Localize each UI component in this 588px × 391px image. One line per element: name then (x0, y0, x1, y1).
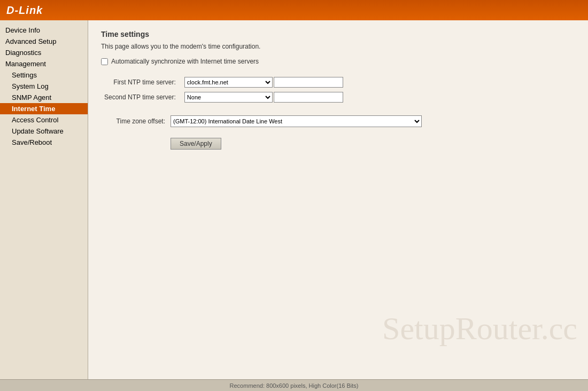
footer: Recommend: 800x600 pixels, High Color(16… (0, 379, 588, 391)
save-apply-button[interactable]: Save/Apply (171, 138, 221, 150)
sidebar-item-advanced-setup[interactable]: Advanced Setup (0, 36, 88, 47)
auto-sync-checkbox[interactable] (101, 58, 108, 65)
main-area: Device Info Advanced Setup Diagnostics M… (0, 20, 588, 379)
timezone-label: Time zone offset: (101, 118, 171, 125)
second-ntp-inputs: None (181, 90, 346, 105)
timezone-row: Time zone offset: (GMT-12:00) Internatio… (101, 115, 575, 127)
second-ntp-select[interactable]: None (184, 92, 273, 103)
sidebar-item-device-info[interactable]: Device Info (0, 25, 88, 36)
sidebar-item-settings[interactable]: Settings (0, 69, 88, 81)
content-area: Time settings This page allows you to th… (88, 20, 588, 379)
sidebar-item-diagnostics[interactable]: Diagnostics (0, 47, 88, 58)
logo-text: D-Link (6, 4, 43, 16)
dlink-logo: D-Link (6, 4, 43, 17)
sidebar-item-access-control[interactable]: Access Control (0, 114, 88, 126)
sidebar-item-system-log[interactable]: System Log (0, 81, 88, 92)
first-ntp-inputs: clock.fmt.he.net (181, 75, 346, 90)
sidebar-item-save-reboot[interactable]: Save/Reboot (0, 137, 88, 148)
sidebar-item-snmp-agent[interactable]: SNMP Agent (0, 92, 88, 103)
sidebar-item-management[interactable]: Management (0, 58, 88, 69)
sidebar: Device Info Advanced Setup Diagnostics M… (0, 20, 88, 379)
save-button-row: Save/Apply (171, 138, 575, 150)
page-title: Time settings (101, 30, 575, 38)
auto-sync-label: Automatically synchronize with Internet … (111, 58, 259, 65)
sidebar-item-update-software[interactable]: Update Software (0, 126, 88, 137)
timezone-select[interactable]: (GMT-12:00) International Date Line West (171, 115, 422, 127)
header: D-Link (0, 0, 588, 20)
sidebar-item-internet-time[interactable]: Internet Time (0, 103, 88, 114)
second-ntp-row: Second NTP time server: None (101, 90, 346, 105)
watermark: SetupRouter.cc (382, 310, 577, 347)
ntp-form-table: First NTP time server: clock.fmt.he.net … (101, 75, 346, 105)
footer-text: Recommend: 800x600 pixels, High Color(16… (230, 382, 359, 389)
first-ntp-text[interactable] (274, 77, 343, 88)
first-ntp-select[interactable]: clock.fmt.he.net (184, 77, 273, 88)
second-ntp-text[interactable] (274, 92, 343, 103)
auto-sync-row: Automatically synchronize with Internet … (101, 58, 575, 65)
first-ntp-row: First NTP time server: clock.fmt.he.net (101, 75, 346, 90)
second-ntp-label: Second NTP time server: (101, 90, 181, 105)
first-ntp-label: First NTP time server: (101, 75, 181, 90)
page-description: This page allows you to the modem's time… (101, 43, 575, 50)
